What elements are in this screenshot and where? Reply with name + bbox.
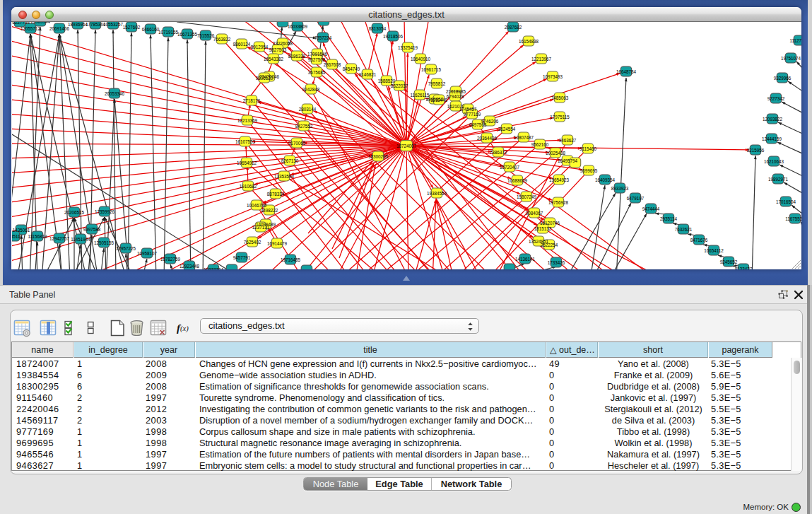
svg-text:1910682: 1910682 [240, 184, 257, 189]
svg-text:9245652: 9245652 [720, 259, 738, 264]
svg-text:19654923: 19654923 [549, 177, 570, 182]
svg-text:16495794: 16495794 [558, 158, 578, 163]
svg-text:7632621: 7632621 [675, 227, 693, 232]
svg-text:9562160: 9562160 [531, 142, 549, 147]
svg-text:12055712: 12055712 [20, 26, 41, 31]
svg-text:10973493: 10973493 [543, 74, 563, 79]
svg-text:10688609: 10688609 [507, 178, 528, 183]
svg-text:9896120: 9896120 [256, 76, 273, 81]
svg-text:16033809: 16033809 [288, 24, 308, 29]
svg-text:9397588: 9397588 [83, 227, 101, 232]
svg-text:16120746: 16120746 [540, 221, 560, 226]
svg-text:19751074: 19751074 [781, 56, 801, 61]
svg-text:12213967: 12213967 [531, 57, 552, 62]
svg-text:16914479: 16914479 [267, 241, 288, 246]
svg-text:8133437: 8133437 [735, 267, 753, 270]
svg-text:10719155: 10719155 [158, 30, 179, 35]
svg-text:8860124: 8860124 [233, 42, 251, 47]
svg-text:8813054: 8813054 [369, 26, 387, 31]
svg-text:3498222: 3498222 [261, 208, 278, 213]
svg-text:16782759: 16782759 [160, 257, 181, 262]
svg-text:20691406: 20691406 [49, 26, 70, 31]
svg-text:12093822: 12093822 [763, 117, 783, 122]
svg-text:(x): (x) [180, 325, 189, 333]
svg-text:23226058: 23226058 [273, 41, 293, 46]
svg-text:11675531: 11675531 [785, 216, 801, 221]
svg-text:9457791: 9457791 [233, 255, 251, 260]
svg-text:16107553: 16107553 [235, 139, 256, 144]
svg-text:16671355: 16671355 [177, 32, 198, 37]
svg-text:9115460: 9115460 [579, 146, 597, 151]
svg-text:18724007: 18724007 [396, 144, 417, 148]
svg-text:16227734: 16227734 [12, 22, 30, 25]
svg-text:9170065: 9170065 [288, 141, 306, 146]
svg-text:7955812: 7955812 [428, 81, 446, 86]
svg-text:8186328: 8186328 [288, 54, 306, 59]
svg-text:12923448: 12923448 [180, 264, 200, 269]
svg-text:1211448: 1211448 [430, 98, 448, 103]
svg-text:2803144: 2803144 [299, 107, 317, 112]
svg-text:11156819: 11156819 [28, 234, 47, 239]
svg-text:8322037: 8322037 [391, 83, 408, 88]
svg-text:9699695: 9699695 [580, 168, 598, 173]
svg-text:3624554: 3624554 [498, 127, 516, 132]
svg-text:10553257: 10553257 [103, 22, 124, 27]
svg-text:10807487: 10807487 [514, 135, 534, 140]
svg-text:9827503: 9827503 [269, 47, 287, 52]
svg-text:7386372: 7386372 [490, 150, 507, 155]
svg-text:7625402: 7625402 [244, 240, 261, 245]
svg-text:19384554: 19384554 [427, 191, 447, 196]
svg-text:12213369: 12213369 [237, 118, 258, 123]
svg-text:20053346: 20053346 [105, 91, 125, 96]
svg-text:8933923: 8933923 [611, 186, 629, 191]
svg-text:19565344: 19565344 [30, 22, 51, 24]
svg-text:17359926: 17359926 [95, 209, 115, 214]
svg-text:7663822: 7663822 [213, 37, 231, 42]
svg-text:19654912: 19654912 [237, 160, 257, 165]
svg-text:11451944: 11451944 [71, 237, 90, 242]
svg-text:21618985: 21618985 [446, 89, 466, 94]
svg-text:19892971: 19892971 [768, 177, 789, 182]
svg-text:8454749: 8454749 [343, 66, 360, 71]
svg-text:16648784: 16648784 [616, 69, 637, 74]
svg-text:7515526: 7515526 [197, 33, 215, 38]
svg-text:15720407: 15720407 [500, 165, 520, 170]
svg-text:1745457: 1745457 [459, 107, 477, 112]
svg-text:9084067: 9084067 [526, 211, 543, 216]
svg-text:9227342: 9227342 [767, 96, 785, 101]
svg-text:1733426: 1733426 [548, 260, 565, 265]
svg-text:9327508: 9327508 [308, 57, 326, 62]
svg-text:14136141: 14136141 [515, 257, 536, 262]
svg-text:2087682: 2087682 [505, 25, 522, 30]
svg-text:15807249: 15807249 [517, 194, 537, 199]
svg-text:6479197: 6479197 [627, 196, 645, 201]
svg-text:16154838: 16154838 [519, 39, 539, 44]
svg-text:6794028: 6794028 [447, 94, 464, 99]
svg-text:16409354: 16409354 [595, 177, 616, 182]
svg-text:2522254: 2522254 [541, 243, 558, 247]
svg-text:12444159: 12444159 [762, 136, 782, 141]
svg-text:7357224: 7357224 [314, 35, 332, 40]
svg-text:10046786: 10046786 [247, 203, 267, 208]
svg-text:1815132: 1815132 [534, 226, 552, 231]
svg-text:19756928: 19756928 [548, 200, 569, 205]
svg-text:17016504: 17016504 [776, 199, 796, 204]
svg-text:17957225: 17957225 [116, 246, 136, 251]
svg-text:8471676: 8471676 [690, 238, 708, 243]
svg-text:2935114: 2935114 [660, 216, 678, 221]
svg-text:10025438: 10025438 [546, 151, 566, 156]
svg-text:8267130: 8267130 [281, 158, 299, 163]
svg-text:2867608: 2867608 [324, 62, 341, 67]
svg-text:16961715: 16961715 [421, 67, 442, 72]
svg-text:17091546: 17091546 [307, 52, 328, 57]
svg-text:8215956: 8215956 [747, 148, 765, 153]
svg-text:12942757: 12942757 [49, 236, 70, 241]
svg-text:2718176: 2718176 [243, 98, 261, 103]
svg-text:16210643: 16210643 [764, 159, 784, 164]
svg-text:6497568: 6497568 [469, 122, 487, 127]
svg-text:9329966: 9329966 [774, 76, 792, 81]
svg-text:9474444: 9474444 [642, 206, 660, 211]
svg-text:20206515: 20206515 [64, 210, 85, 215]
svg-text:17975115: 17975115 [550, 115, 570, 119]
svg-text:10958107: 10958107 [137, 251, 158, 256]
